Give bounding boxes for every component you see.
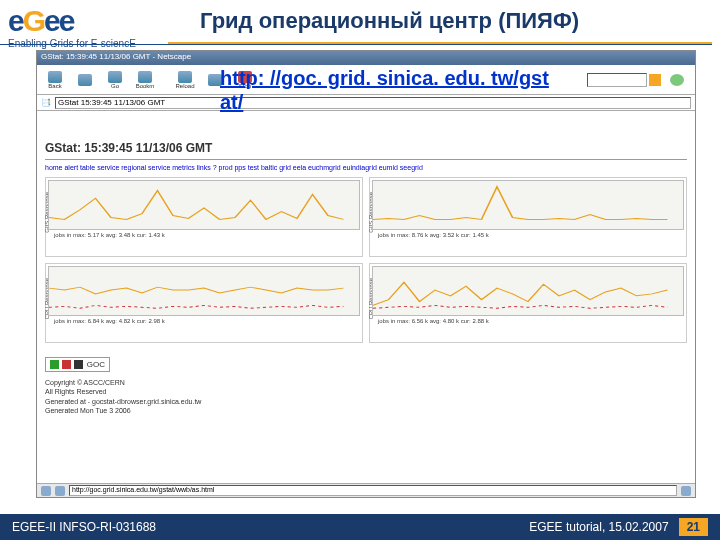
page-content: GStat: 15:39:45 11/13/06 GMT home alert …	[37, 111, 695, 481]
footer-right: EGEE tutorial, 15.02.2007	[529, 520, 668, 534]
slide-footer: EGEE-II INFSO-RI-031688 EGEE tutorial, 1…	[0, 514, 720, 540]
page-number: 21	[679, 518, 708, 536]
main-link[interactable]: http: //goc. grid. sinica. edu. tw/gstat…	[220, 66, 549, 114]
goc-label: GOC	[87, 360, 105, 369]
copyright-block: Copyright © ASCC/CERN All Rights Reserve…	[45, 378, 687, 414]
lock-icon	[681, 486, 691, 496]
bookmarks-button[interactable]: Bookm	[131, 68, 159, 92]
back-button[interactable]: Back	[41, 68, 69, 92]
chart-4: CPU Response jobs in max: 6.56 k avg: 4.…	[369, 263, 687, 343]
gstat-heading: GStat: 15:39:45 11/13/06 GMT	[45, 141, 687, 155]
status-url: http://goc.grid.sinica.edu.tw/gstat/wwb/…	[69, 485, 677, 496]
chart-grid: GIIS Response jobs in max: 5.17 k avg: 3…	[45, 177, 687, 343]
go-button[interactable]: Go	[101, 68, 129, 92]
bookmark-icon[interactable]: 📑	[41, 98, 51, 107]
reload-button[interactable]: Reload	[171, 68, 199, 92]
swatch-green	[50, 360, 59, 369]
browser-statusbar: http://goc.grid.sinica.edu.tw/gstat/wwb/…	[37, 483, 695, 497]
window-titlebar: GStat: 15:39:45 11/13/06 GMT - Netscape	[37, 51, 695, 65]
chart-2: GIIS Response jobs in max: 8.76 k avg: 3…	[369, 177, 687, 257]
browser-window: GStat: 15:39:45 11/13/06 GMT - Netscape …	[36, 50, 696, 498]
footer-left: EGEE-II INFSO-RI-031688	[12, 520, 156, 534]
nav-links[interactable]: home alert table service regional servic…	[45, 164, 687, 171]
chart-3: CPU Response jobs in max: 6.84 k avg: 4.…	[45, 263, 363, 343]
slide-title: Грид операционный центр (ПИЯФ)	[200, 8, 579, 34]
netscape-icon	[663, 68, 691, 92]
swatch-black	[74, 360, 83, 369]
forward-button[interactable]	[71, 68, 99, 92]
chart-1: GIIS Response jobs in max: 5.17 k avg: 3…	[45, 177, 363, 257]
egee-logo: eGee Enabling Grids for E-sciencE	[8, 4, 168, 49]
blue-rule	[0, 44, 712, 45]
goc-box: GOC	[45, 357, 110, 372]
status-icon	[41, 486, 51, 496]
status-icon-2	[55, 486, 65, 496]
swatch-red	[62, 360, 71, 369]
